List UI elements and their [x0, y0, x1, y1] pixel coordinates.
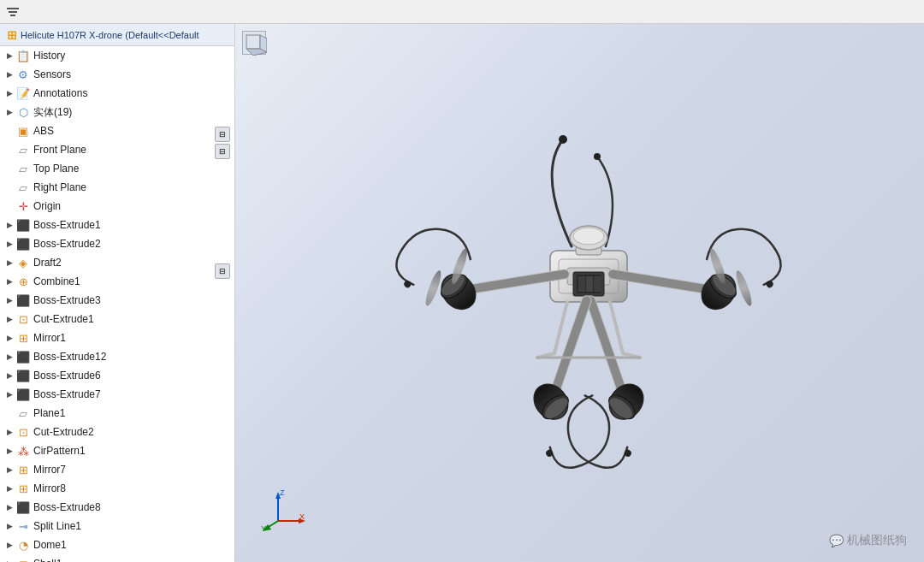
- collapse-handle-2[interactable]: ⊟: [215, 144, 230, 159]
- tree-item-bossextrude6[interactable]: ▶⬛Boss-Extrude6: [0, 366, 234, 385]
- watermark-icon: 💬: [829, 534, 844, 547]
- expander-dome1[interactable]: ▶: [3, 539, 15, 551]
- label-origin: Origin: [33, 200, 61, 212]
- label-shell1: Shell1: [33, 558, 62, 562]
- tree-item-splitline1[interactable]: ▶⊸Split Line1: [0, 517, 234, 535]
- tree-item-abs[interactable]: ▣ABS: [0, 121, 234, 140]
- svg-point-16: [594, 153, 601, 160]
- tree-item-annotations[interactable]: ▶📝Annotations: [0, 84, 234, 103]
- expander-bossextrude1[interactable]: ▶: [3, 219, 15, 231]
- expander-cirpattern1[interactable]: ▶: [3, 445, 15, 457]
- icon-bossextrude1: ⬛: [15, 217, 31, 233]
- expander-bossextrude2[interactable]: ▶: [3, 238, 15, 250]
- expander-mirror8[interactable]: ▶: [3, 482, 15, 494]
- drone-container: [287, 41, 907, 511]
- watermark-text: 机械图纸狗: [847, 533, 907, 548]
- model-title: ⊞ Helicute H107R X-drone (Default<<Defau…: [0, 24, 234, 46]
- svg-rect-14: [594, 276, 601, 292]
- view-cube[interactable]: [242, 31, 266, 55]
- expander-bossextrude3[interactable]: ▶: [3, 294, 15, 306]
- label-bossextrude8: Boss-Extrude8: [33, 501, 101, 513]
- tree-item-origin[interactable]: ✛Origin: [0, 197, 234, 216]
- svg-point-28: [733, 269, 754, 307]
- icon-plane1: ▱: [15, 405, 31, 421]
- icon-rightplane: ▱: [15, 180, 31, 195]
- expander-cutextrude1[interactable]: ▶: [3, 313, 15, 325]
- expander-frontplane[interactable]: [3, 144, 15, 156]
- viewport[interactable]: Z X Y 💬 机械图纸狗: [235, 24, 924, 562]
- tree-item-solid19[interactable]: ▶⬡实体(19): [0, 103, 234, 121]
- axis-indicator: Z X Y: [261, 487, 308, 536]
- tree-item-mirror7[interactable]: ▶⊞Mirror7: [0, 460, 234, 479]
- tree-item-mirror8[interactable]: ▶⊞Mirror8: [0, 479, 234, 498]
- icon-draft2: ◈: [15, 255, 31, 270]
- tree-item-bossextrude7[interactable]: ▶⬛Boss-Extrude7: [0, 385, 234, 404]
- tree-item-history[interactable]: ▶📋History: [0, 46, 234, 65]
- filter-button[interactable]: [3, 3, 22, 21]
- collapse-handle-1[interactable]: ⊟: [215, 127, 230, 142]
- expander-annotations[interactable]: ▶: [3, 87, 15, 99]
- tree-item-combine1[interactable]: ▶⊕Combine1: [0, 272, 234, 291]
- icon-splitline1: ⊸: [15, 518, 31, 534]
- expander-splitline1[interactable]: ▶: [3, 520, 15, 532]
- expander-bossextrude7[interactable]: ▶: [3, 388, 15, 400]
- expander-bossextrude12[interactable]: ▶: [3, 351, 15, 363]
- label-draft2: Draft2: [33, 257, 62, 269]
- expander-cutextrude2[interactable]: ▶: [3, 426, 15, 438]
- expander-solid19[interactable]: ▶: [3, 106, 15, 118]
- left-panel: ⊞ Helicute H107R X-drone (Default<<Defau…: [0, 24, 235, 562]
- expander-shell1[interactable]: ▶: [3, 558, 15, 562]
- icon-abs: ▣: [15, 123, 31, 139]
- icon-topplane: ▱: [15, 161, 31, 176]
- tree-item-bossextrude2[interactable]: ▶⬛Boss-Extrude2: [0, 234, 234, 253]
- tree-item-bossextrude8[interactable]: ▶⬛Boss-Extrude8: [0, 498, 234, 517]
- icon-combine1: ⊕: [15, 274, 31, 289]
- tree-item-sensors[interactable]: ▶⚙Sensors: [0, 65, 234, 84]
- label-rightplane: Right Plane: [33, 181, 86, 193]
- icon-mirror7: ⊞: [15, 462, 31, 477]
- label-mirror8: Mirror8: [33, 482, 66, 494]
- tree-area[interactable]: ▶📋History▶⚙Sensors▶📝Annotations▶⬡实体(19)▣…: [0, 46, 234, 562]
- expander-bossextrude8[interactable]: ▶: [3, 501, 15, 513]
- tree-item-shell1[interactable]: ▶◻Shell1: [0, 554, 234, 562]
- expander-topplane[interactable]: [3, 163, 15, 175]
- icon-bossextrude8: ⬛: [15, 500, 31, 515]
- expander-plane1[interactable]: [3, 407, 15, 419]
- icon-history: 📋: [15, 48, 31, 63]
- tree-item-rightplane[interactable]: ▱Right Plane: [0, 178, 234, 197]
- expander-mirror1[interactable]: ▶: [3, 332, 15, 344]
- expander-draft2[interactable]: ▶: [3, 257, 15, 269]
- expander-origin[interactable]: [3, 200, 15, 212]
- tree-item-bossextrude3[interactable]: ▶⬛Boss-Extrude3: [0, 291, 234, 310]
- tree-item-topplane[interactable]: ▱Top Plane: [0, 159, 234, 178]
- tree-item-plane1[interactable]: ▱Plane1: [0, 404, 234, 423]
- tree-item-draft2[interactable]: ▶◈Draft2: [0, 253, 234, 272]
- expander-abs[interactable]: [3, 125, 15, 137]
- expander-rightplane[interactable]: [3, 181, 15, 193]
- svg-rect-3: [246, 35, 260, 49]
- expander-mirror7[interactable]: ▶: [3, 464, 15, 476]
- icon-origin: ✛: [15, 198, 31, 214]
- icon-solid19: ⬡: [15, 104, 31, 120]
- tree-item-mirror1[interactable]: ▶⊞Mirror1: [0, 328, 234, 347]
- svg-point-39: [573, 228, 604, 245]
- label-sensors: Sensors: [33, 68, 71, 80]
- collapse-handles: ⊟ ⊟ ⊟: [215, 127, 230, 279]
- toolbar: [0, 0, 924, 24]
- tree-item-cirpattern1[interactable]: ▶⁂CirPattern1: [0, 441, 234, 460]
- tree-item-bossextrude12[interactable]: ▶⬛Boss-Extrude12: [0, 347, 234, 366]
- icon-cirpattern1: ⁂: [15, 443, 31, 458]
- tree-item-cutextrude2[interactable]: ▶⊡Cut-Extrude2: [0, 423, 234, 441]
- expander-sensors[interactable]: ▶: [3, 68, 15, 80]
- collapse-handle-3[interactable]: ⊟: [215, 263, 230, 279]
- tree-item-frontplane[interactable]: ▱Front Plane: [0, 140, 234, 159]
- tree-item-dome1[interactable]: ▶◔Dome1: [0, 535, 234, 554]
- tree-item-bossextrude1[interactable]: ▶⬛Boss-Extrude1: [0, 216, 234, 234]
- expander-combine1[interactable]: ▶: [3, 275, 15, 287]
- tree-item-cutextrude1[interactable]: ▶⊡Cut-Extrude1: [0, 310, 234, 328]
- expander-bossextrude6[interactable]: ▶: [3, 370, 15, 382]
- icon-bossextrude7: ⬛: [15, 387, 31, 402]
- label-bossextrude3: Boss-Extrude3: [33, 294, 101, 306]
- panel-splitter[interactable]: [230, 24, 234, 562]
- expander-history[interactable]: ▶: [3, 50, 15, 62]
